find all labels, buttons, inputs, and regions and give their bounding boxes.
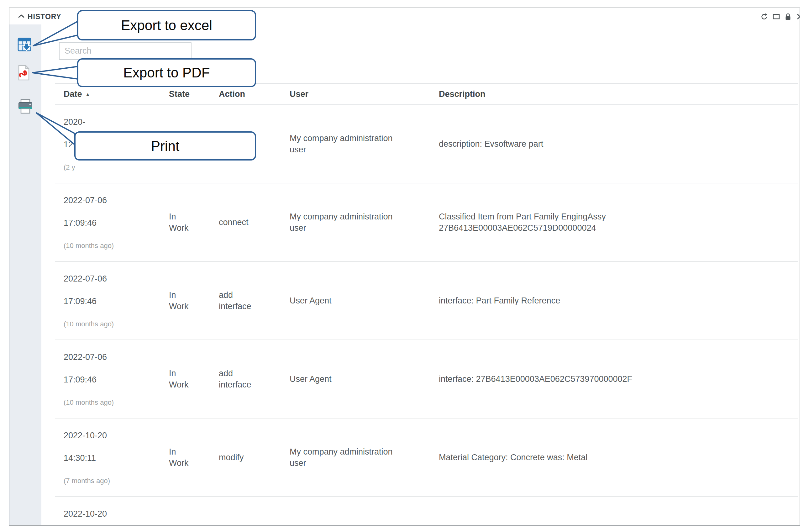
cell-user: User Agent <box>290 295 439 306</box>
cell-user: My company administration user <box>290 133 439 155</box>
left-toolbar <box>10 24 41 525</box>
column-header-state[interactable]: State <box>169 89 219 99</box>
date-value: 2022-10-20 <box>64 430 159 441</box>
cell-user: My company administration user <box>290 525 439 526</box>
date-value: 2022-07-06 <box>64 195 159 206</box>
cell-action: connect <box>219 217 290 228</box>
cell-description: Classified Item from Part Family EngingA… <box>439 211 798 234</box>
refresh-icon[interactable] <box>760 13 768 21</box>
date-value: 2022-07-06 <box>64 351 159 363</box>
cell-date: 2022-07-06 17:09:46 (10 months ago) <box>55 183 169 261</box>
column-header-date[interactable]: Date▲ <box>55 89 169 99</box>
sort-asc-icon: ▲ <box>85 91 90 98</box>
cell-date: 2022-10-20 14:30:11 (7 months ago) <box>55 418 169 496</box>
panel-title: HISTORY <box>28 13 62 21</box>
cell-state: In Work <box>169 446 219 469</box>
cell-user: My company administration user <box>290 446 439 469</box>
cell-state: In Work <box>169 525 219 526</box>
history-panel: HISTORY <box>9 7 800 526</box>
callout-print: Print <box>74 131 256 160</box>
callout-label: Export to PDF <box>123 65 210 81</box>
cell-user: User Agent <box>290 373 439 385</box>
print-icon[interactable] <box>17 98 34 115</box>
relative-time: (10 months ago) <box>64 241 159 250</box>
table-row: 2022-10-20 14:32:29 (7 months ago) In Wo… <box>55 497 798 526</box>
cell-description: Material Category: Concrete was: Metal <box>439 452 798 463</box>
date-value: 2022-07-06 <box>64 273 159 284</box>
lock-icon[interactable] <box>784 13 792 21</box>
column-header-user[interactable]: User <box>290 89 439 99</box>
callout-export-excel: Export to excel <box>77 10 256 40</box>
cell-date: 2022-07-06 17:09:46 (10 months ago) <box>55 262 169 340</box>
cell-date: 2022-10-20 14:32:29 (7 months ago) <box>55 497 169 526</box>
callout-label: Print <box>151 138 179 154</box>
cell-description: interface: Part Family Reference <box>439 295 798 306</box>
relative-time: (10 months ago) <box>64 398 159 407</box>
column-header-action[interactable]: Action <box>219 89 290 99</box>
cell-description: description: Evsoftware part <box>439 138 798 150</box>
cell-user: My company administration user <box>290 211 439 234</box>
date-value: 2020- <box>64 116 159 127</box>
cell-state: In Work <box>169 211 219 234</box>
table-row: 2022-10-20 14:30:11 (7 months ago) In Wo… <box>55 418 798 497</box>
relative-time: (2 y <box>64 163 159 171</box>
time-value: 17:09:46 <box>64 374 159 385</box>
maximize-icon[interactable] <box>772 13 780 21</box>
export-excel-icon[interactable] <box>17 36 34 53</box>
date-value: 2022-10-20 <box>64 508 159 519</box>
table-row: 2022-07-06 17:09:46 (10 months ago) In W… <box>55 262 798 340</box>
close-icon[interactable] <box>796 13 800 21</box>
cell-state: In Work <box>169 368 219 390</box>
cell-date: 2022-07-06 17:09:46 (10 months ago) <box>55 340 169 418</box>
table-row: 2022-07-06 17:09:46 (10 months ago) In W… <box>55 183 798 262</box>
cell-action: add interface <box>219 289 290 312</box>
export-pdf-icon[interactable] <box>16 65 32 81</box>
time-value: 17:09:46 <box>64 217 159 228</box>
cell-description: interface: 27B6413E00003AE062C5739700000… <box>439 373 798 385</box>
cell-action: add interface <box>219 368 290 390</box>
column-header-description[interactable]: Description <box>439 89 798 99</box>
cell-action: modify <box>219 452 290 463</box>
cell-state: In Work <box>169 289 219 312</box>
callout-export-pdf: Export to PDF <box>77 58 256 87</box>
relative-time: (7 months ago) <box>64 477 159 485</box>
window-controls <box>760 13 800 21</box>
time-value: 14:30:11 <box>64 452 159 464</box>
table-row: 2022-07-06 17:09:46 (10 months ago) In W… <box>55 340 798 418</box>
relative-time: (10 months ago) <box>64 320 159 328</box>
time-value: 17:09:46 <box>64 296 159 307</box>
search-input[interactable] <box>59 42 191 60</box>
chevron-up-icon[interactable] <box>18 14 25 20</box>
callout-label: Export to excel <box>121 18 212 33</box>
